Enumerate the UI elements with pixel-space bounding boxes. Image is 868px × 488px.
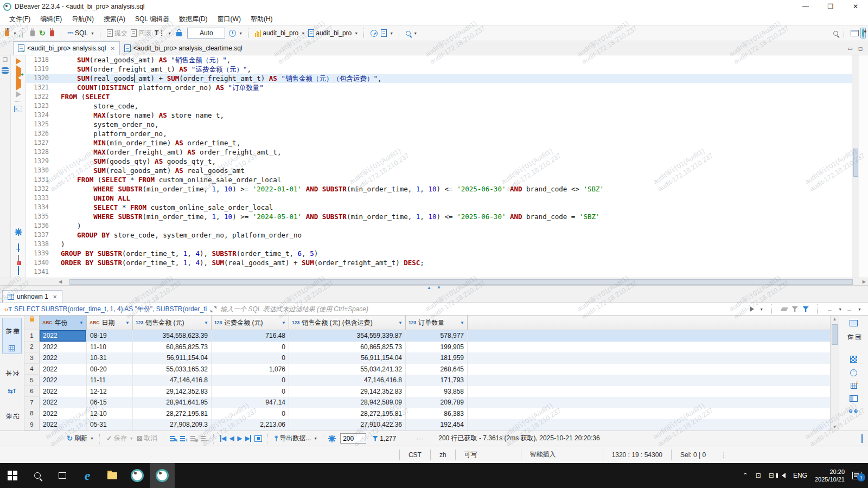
- column-header[interactable]: 123运费金额 (元)▼: [212, 316, 289, 330]
- editor-settings-button[interactable]: [15, 228, 22, 236]
- input-language-indicator[interactable]: ENG: [793, 472, 807, 479]
- grid-cell[interactable]: 11-10: [87, 342, 133, 353]
- menu-help[interactable]: 帮助(H): [246, 14, 278, 25]
- open-perspective-button[interactable]: [849, 29, 860, 37]
- global-search-button[interactable]: [832, 30, 840, 37]
- sql-line[interactable]: 1322FROM (SELECT: [26, 92, 852, 101]
- reconnect-button[interactable]: ↻: [37, 29, 47, 37]
- sql-line[interactable]: 1320 SUM(real_goods_amt) + SUM(order_fre…: [26, 74, 852, 83]
- table-row[interactable]: 8202212-1028,272,195.81028,272,195.8186,…: [24, 408, 830, 420]
- grid-cell[interactable]: 10-31: [87, 352, 133, 364]
- sql-line[interactable]: 1319 SUM(order_freight_amt_t) AS "运费金额（元…: [26, 65, 852, 74]
- metadata-panel-icon[interactable]: [851, 383, 857, 389]
- filter-icon[interactable]: [802, 306, 809, 312]
- export-data-button[interactable]: ⤒导出数据...▼: [273, 433, 319, 444]
- calc-panel-icon[interactable]: [850, 356, 857, 363]
- grid-cell[interactable]: 354,559,339.87: [289, 330, 406, 342]
- row-number[interactable]: 3: [24, 352, 40, 364]
- grid-cell[interactable]: 55,033,165.32: [133, 364, 212, 375]
- grid-cell[interactable]: 27,910,422.36: [289, 419, 406, 431]
- grid-cell[interactable]: 716.48: [212, 330, 289, 342]
- editor-vertical-scrollbar[interactable]: [852, 55, 859, 278]
- grid-vertical-scrollbar[interactable]: ▲ ▼: [830, 316, 839, 431]
- column-filter-icon[interactable]: ▼: [460, 320, 464, 325]
- scroll-down-icon[interactable]: ▼: [833, 425, 837, 429]
- clear-filter-icon[interactable]: [780, 307, 788, 311]
- close-results-tab-icon[interactable]: ✕: [53, 294, 57, 300]
- grid-cell[interactable]: 29,142,352.83: [289, 386, 406, 397]
- row-number[interactable]: 1: [24, 330, 40, 342]
- scroll-right-icon[interactable]: ▶: [860, 279, 868, 284]
- grid-cell[interactable]: 28,941,641.95: [133, 397, 212, 408]
- scroll-up-icon[interactable]: ▲: [833, 317, 837, 322]
- tab-analysis-cleartime-sql[interactable]: <audit_bi_pro> analysis_cleartime.sql: [120, 41, 247, 55]
- new-connection-button[interactable]: +▼: [2, 29, 18, 37]
- grid-corner-cell[interactable]: [24, 316, 40, 330]
- sql-line[interactable]: 1337 GROUP BY store_code, system_order_n…: [26, 230, 852, 240]
- grid-cell[interactable]: 209,789: [406, 397, 468, 408]
- refresh-button[interactable]: ↻刷新▼: [65, 433, 95, 444]
- grid-cell[interactable]: 2022: [40, 342, 87, 353]
- column-filter-icon[interactable]: ▼: [282, 320, 286, 325]
- menu-file[interactable]: 文件(F): [4, 14, 35, 25]
- panels-toggle[interactable]: 面板: [850, 320, 858, 349]
- save-button[interactable]: ✓保存▼: [105, 433, 135, 444]
- panel-sash[interactable]: ▲ ▼: [0, 285, 868, 290]
- grid-cell[interactable]: 192,454: [406, 419, 468, 431]
- row-number[interactable]: 4: [24, 364, 40, 375]
- sash-up-icon[interactable]: ▲: [427, 286, 431, 290]
- action-center-icon[interactable]: 1: [852, 472, 861, 479]
- sql-line[interactable]: 1328 MAX(order_freight_amt) AS order_fre…: [26, 147, 852, 157]
- column-header[interactable]: 123订单数量▼: [406, 316, 468, 330]
- last-page-button[interactable]: ▶: [244, 434, 253, 443]
- menu-navigate[interactable]: 导航(N): [67, 14, 99, 25]
- fetch-all-button[interactable]: [253, 434, 264, 443]
- grid-cell[interactable]: 60,865,825.73: [289, 342, 406, 353]
- add-row-button[interactable]: +: [178, 434, 189, 442]
- grid-cell[interactable]: 171,793: [406, 375, 468, 386]
- grid-cell[interactable]: 29,142,352.83: [133, 386, 212, 397]
- grid-cell[interactable]: 2022: [40, 419, 87, 431]
- restore-panel-icon[interactable]: ❐: [3, 57, 8, 63]
- fetch-size-input[interactable]: [340, 433, 366, 444]
- filter-dropdown-icon[interactable]: ▼: [760, 307, 763, 311]
- row-number[interactable]: 9: [24, 419, 40, 431]
- sql-editor[interactable]: 1318 SUM(real_goods_amt) AS "销售金额（元）",13…: [26, 55, 852, 278]
- view-tab-grid[interactable]: 栅格: [2, 318, 22, 354]
- execute-statement-button[interactable]: [16, 58, 21, 65]
- database-navigator-icon[interactable]: [2, 67, 9, 74]
- sql-line[interactable]: 1340ORDER BY SUBSTR(order_time_t, 1, 4),…: [26, 258, 852, 267]
- close-tab-icon[interactable]: ✕: [110, 46, 114, 52]
- unsaved-file-icon[interactable]: [18, 255, 19, 263]
- grid-cell[interactable]: 268,645: [406, 364, 468, 375]
- tray-expand-icon[interactable]: ⌃: [743, 472, 748, 479]
- filter-settings-icon[interactable]: [792, 306, 798, 312]
- grid-cell[interactable]: 0: [212, 342, 289, 353]
- next-page-button[interactable]: ▶: [236, 434, 244, 443]
- grid-cell[interactable]: 1,076: [212, 364, 289, 375]
- task-button[interactable]: ▼: [379, 28, 395, 38]
- expand-filter-icon[interactable]: [210, 306, 216, 312]
- grid-cell[interactable]: 2022: [40, 386, 87, 397]
- database-selector[interactable]: audit_bi_pro▼: [307, 28, 360, 38]
- grid-cell[interactable]: 0: [212, 352, 289, 364]
- row-number[interactable]: 5: [24, 375, 40, 386]
- grid-cell[interactable]: 86,383: [406, 408, 468, 420]
- dbeaver-taskbar-button-active[interactable]: [150, 463, 175, 488]
- scrollbar-thumb[interactable]: [69, 279, 853, 285]
- grid-cell[interactable]: 947.14: [212, 397, 289, 408]
- row-number[interactable]: 8: [24, 408, 40, 420]
- minimize-button[interactable]: —: [793, 0, 818, 13]
- execute-script-button[interactable]: ⌐: [16, 80, 21, 87]
- taskbar-clock[interactable]: 20:20 2025/10/21: [815, 468, 845, 483]
- usb-tray-icon[interactable]: ⊡: [756, 472, 761, 479]
- column-header[interactable]: 123销售金额 (元) (包含运费)▼: [289, 316, 406, 330]
- grid-cell[interactable]: 181,959: [406, 352, 468, 364]
- row-number[interactable]: 7: [24, 397, 40, 408]
- grid-cell[interactable]: 28,272,195.81: [133, 408, 212, 420]
- sql-line[interactable]: 1341: [26, 267, 852, 277]
- column-header[interactable]: ABC日期▼: [87, 316, 133, 330]
- sql-line[interactable]: 1330 SUM(real_goods_amt) AS real_goods_a…: [26, 166, 852, 175]
- grid-cell[interactable]: 12-12: [87, 386, 133, 397]
- prev-page-button[interactable]: ◀: [228, 434, 235, 443]
